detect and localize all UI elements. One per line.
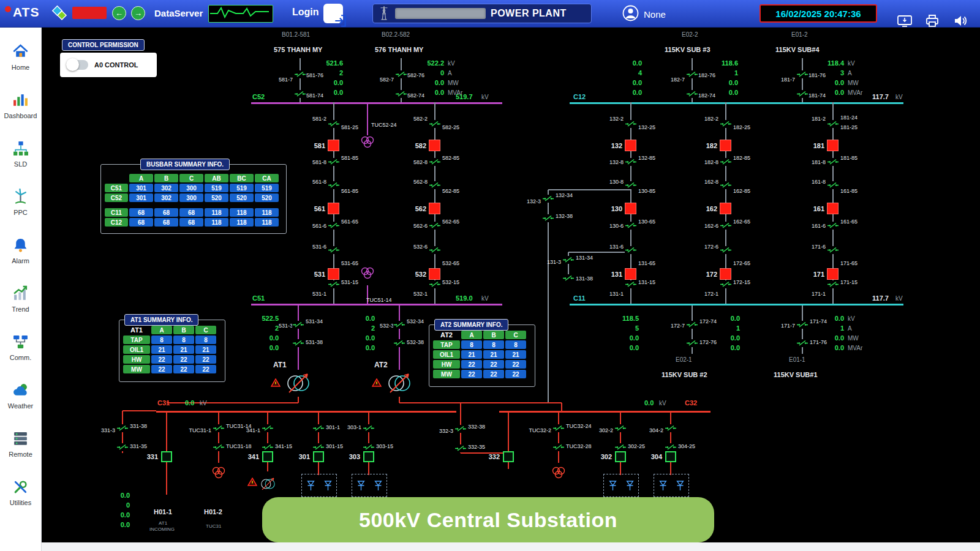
- switch-icon[interactable]: [827, 246, 839, 254]
- switch-icon[interactable]: [562, 274, 575, 282]
- switch-icon[interactable]: [542, 195, 554, 203]
- switch-icon[interactable]: [429, 120, 441, 128]
- sidebar-item-utilities[interactable]: Utilities: [1, 468, 41, 517]
- switch-icon[interactable]: [720, 158, 732, 166]
- switch-icon[interactable]: [213, 424, 225, 432]
- breaker-182[interactable]: [720, 140, 731, 151]
- switch-icon[interactable]: [562, 256, 575, 264]
- switch-icon[interactable]: [292, 321, 304, 329]
- switch-icon[interactable]: [625, 120, 637, 128]
- breaker-172[interactable]: [720, 268, 731, 280]
- print-icon-button[interactable]: [916, 6, 933, 21]
- switch-icon[interactable]: [720, 280, 732, 288]
- switch-icon[interactable]: [363, 424, 375, 432]
- switch-icon[interactable]: [720, 246, 732, 254]
- busbar-C31[interactable]: [156, 411, 456, 413]
- sidebar-item-trend[interactable]: Trend: [1, 275, 41, 323]
- sidebar-item-weather[interactable]: Weather: [1, 372, 41, 420]
- sidebar-item-dashboard[interactable]: Dashboard: [1, 81, 41, 130]
- breaker-130[interactable]: [625, 203, 636, 214]
- switch-icon[interactable]: [292, 339, 304, 347]
- switch-icon[interactable]: [827, 158, 839, 166]
- switch-icon[interactable]: [312, 443, 325, 451]
- switch-icon[interactable]: [625, 222, 637, 230]
- volume-icon-button[interactable]: [944, 6, 962, 21]
- switch-icon[interactable]: [827, 280, 839, 288]
- switch-icon[interactable]: [720, 181, 732, 189]
- switch-icon[interactable]: [454, 444, 467, 452]
- switch-icon[interactable]: [328, 280, 340, 288]
- switch-icon[interactable]: [213, 443, 225, 451]
- switch-icon[interactable]: [429, 181, 441, 189]
- bay-breaker-331[interactable]: [161, 451, 172, 462]
- switch-icon[interactable]: [665, 424, 677, 432]
- breaker-581[interactable]: [328, 140, 339, 151]
- switch-icon[interactable]: [552, 424, 565, 432]
- app-logo[interactable]: ATS: [13, 5, 39, 20]
- switch-icon[interactable]: [614, 443, 627, 451]
- switch-icon[interactable]: [262, 443, 274, 451]
- switch-icon[interactable]: [552, 443, 565, 451]
- trend-sparkline[interactable]: [208, 5, 273, 23]
- breaker-531[interactable]: [328, 268, 339, 280]
- breaker-131[interactable]: [625, 268, 636, 280]
- bay-breaker-304[interactable]: [665, 451, 676, 462]
- switch-icon[interactable]: [827, 181, 839, 189]
- switch-icon[interactable]: [827, 222, 839, 230]
- switch-icon[interactable]: [328, 181, 340, 189]
- switch-icon[interactable]: [625, 280, 637, 288]
- switch-icon[interactable]: [720, 120, 732, 128]
- switch-icon[interactable]: [116, 424, 129, 432]
- busbar-C12[interactable]: [570, 102, 903, 104]
- switch-icon[interactable]: [429, 280, 441, 288]
- breaker-561[interactable]: [328, 203, 339, 214]
- switch-icon[interactable]: [429, 246, 441, 254]
- switch-icon[interactable]: [429, 158, 441, 166]
- sidebar-item-home[interactable]: Home: [1, 33, 41, 81]
- sidebar-item-comm[interactable]: Comm.: [1, 323, 41, 372]
- switch-icon[interactable]: [827, 120, 839, 128]
- switch-icon[interactable]: [393, 321, 405, 329]
- busbar-C51[interactable]: [251, 304, 502, 305]
- switch-icon[interactable]: [312, 424, 325, 432]
- switch-icon[interactable]: [363, 443, 375, 451]
- switch-icon[interactable]: [429, 222, 441, 230]
- bay-breaker-303[interactable]: [363, 451, 374, 462]
- switch-icon[interactable]: [328, 120, 340, 128]
- breaker-582[interactable]: [429, 140, 440, 151]
- busbar-C52[interactable]: [251, 102, 502, 104]
- switch-icon[interactable]: [625, 246, 637, 254]
- forward-button[interactable]: →: [131, 6, 145, 20]
- breaker-532[interactable]: [429, 268, 440, 280]
- switch-icon[interactable]: [328, 222, 340, 230]
- switch-icon[interactable]: [720, 222, 732, 230]
- switch-icon[interactable]: [625, 181, 637, 189]
- breaker-161[interactable]: [827, 203, 839, 214]
- sidebar-item-ppc[interactable]: PPC: [1, 178, 41, 227]
- a0-control-toggle[interactable]: [67, 60, 88, 70]
- breaker-181[interactable]: [827, 140, 839, 151]
- switch-icon[interactable]: [116, 443, 129, 451]
- sidebar-item-sld[interactable]: SLD: [1, 130, 41, 178]
- busbar-C11[interactable]: [570, 304, 903, 305]
- switch-icon[interactable]: [614, 424, 627, 432]
- breaker-562[interactable]: [429, 203, 440, 214]
- capture-icon-button[interactable]: [888, 6, 905, 21]
- switch-icon[interactable]: [262, 424, 274, 432]
- busbar-C32[interactable]: [499, 411, 710, 413]
- sidebar-item-remote[interactable]: Remote: [1, 420, 41, 468]
- breaker-171[interactable]: [827, 268, 839, 280]
- switch-icon[interactable]: [393, 339, 405, 347]
- switch-icon[interactable]: [665, 443, 677, 451]
- switch-icon[interactable]: [542, 214, 554, 222]
- user-menu[interactable]: None: [622, 5, 666, 24]
- switch-icon[interactable]: [625, 158, 637, 166]
- switch-icon[interactable]: [328, 246, 340, 254]
- breaker-162[interactable]: [720, 203, 731, 214]
- switch-icon[interactable]: [454, 425, 467, 433]
- bay-breaker-332[interactable]: [503, 451, 514, 462]
- switch-icon[interactable]: [328, 158, 340, 166]
- login-button[interactable]: [323, 4, 343, 23]
- breaker-132[interactable]: [625, 140, 636, 151]
- sidebar-item-alarm[interactable]: Alarm: [1, 227, 41, 275]
